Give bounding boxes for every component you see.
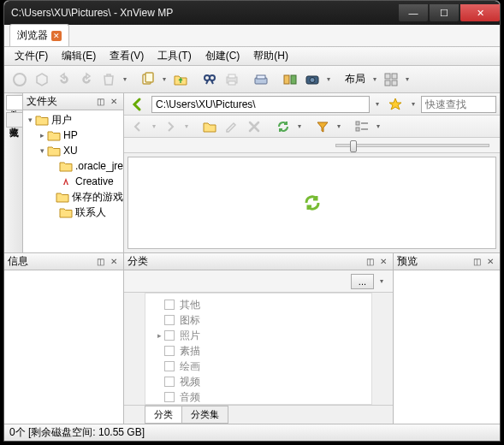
tab-categories[interactable]: 分类	[145, 406, 182, 424]
checkbox[interactable]	[164, 361, 175, 371]
dropdown-icon[interactable]: ▾	[150, 122, 158, 130]
vtab-favorites[interactable]: 收藏夹	[6, 112, 22, 128]
category-label: 绘画	[180, 359, 200, 374]
path-input[interactable]	[151, 96, 370, 113]
dropdown-icon[interactable]: ▾	[374, 122, 382, 130]
delete-icon[interactable]	[244, 116, 264, 137]
undock-icon[interactable]: ◫	[94, 256, 106, 268]
dropdown-icon[interactable]: ▾	[377, 277, 386, 285]
search-icon[interactable]	[199, 69, 220, 90]
rotate-right-icon[interactable]	[76, 69, 97, 90]
search-input[interactable]	[421, 96, 496, 113]
category-row[interactable]: 音频	[145, 389, 371, 405]
refresh-icon[interactable]	[273, 116, 294, 137]
menu-file[interactable]: 文件(F)	[8, 47, 55, 65]
tab-close-icon[interactable]: ✕	[51, 31, 62, 41]
category-list[interactable]: 其他图标▸照片素描绘画视频音频	[145, 293, 372, 405]
close-pane-icon[interactable]: ✕	[484, 256, 496, 268]
tree-row[interactable]: 联系人	[23, 205, 123, 220]
dropdown-icon[interactable]: ▾	[160, 75, 169, 83]
checkbox[interactable]	[164, 300, 175, 310]
tree-row[interactable]: ▾XU	[23, 143, 123, 158]
tree-row[interactable]: .oracle_jre	[23, 158, 123, 174]
dropdown-icon[interactable]: ▾	[324, 75, 333, 83]
checkbox[interactable]	[164, 346, 175, 356]
sort-icon[interactable]	[352, 116, 372, 137]
folder-up-icon[interactable]	[170, 69, 191, 90]
close-pane-icon[interactable]: ✕	[108, 96, 120, 108]
checkbox[interactable]	[164, 377, 175, 387]
tree-label: XU	[63, 145, 78, 157]
category-more-button[interactable]: ...	[351, 274, 374, 289]
copy-icon[interactable]	[138, 69, 158, 90]
menu-create[interactable]: 创建(C)	[199, 47, 247, 65]
dropdown-icon[interactable]: ▾	[371, 75, 379, 83]
expand-icon[interactable]: ▸	[37, 131, 47, 139]
category-label: 图标	[180, 313, 200, 328]
tree-row[interactable]: 保存的游戏	[23, 189, 123, 205]
tree-row[interactable]: ▾用户	[23, 112, 123, 128]
menu-help[interactable]: 帮助(H)	[246, 47, 295, 65]
category-row[interactable]: ▸照片	[145, 328, 371, 343]
menu-edit[interactable]: 编辑(E)	[55, 47, 103, 65]
compare-icon[interactable]	[280, 69, 300, 90]
close-pane-icon[interactable]: ✕	[108, 256, 120, 268]
category-row[interactable]: 视频	[145, 374, 371, 389]
path-dropdown-icon[interactable]: ▾	[373, 100, 382, 108]
undock-icon[interactable]: ◫	[364, 256, 376, 268]
undock-icon[interactable]: ◫	[94, 96, 106, 108]
dropdown-icon[interactable]: ▾	[121, 75, 129, 83]
nav-back-icon[interactable]	[127, 116, 148, 137]
thumbnail-view-icon[interactable]	[381, 69, 401, 90]
close-button[interactable]: ✕	[460, 4, 500, 21]
hex-icon[interactable]	[32, 69, 52, 90]
new-folder-icon[interactable]	[199, 116, 220, 137]
folder-tree[interactable]: ▾用户▸HP▾XU.oracle_jreCreative保存的游戏联系人	[23, 110, 123, 252]
checkbox[interactable]	[164, 392, 175, 402]
checkbox[interactable]	[164, 330, 175, 341]
thumbnail-area[interactable]	[127, 157, 496, 249]
category-row[interactable]: 素描	[145, 343, 371, 359]
expand-icon[interactable]: ▸	[154, 331, 164, 340]
dropdown-icon[interactable]: ▾	[335, 122, 343, 130]
expand-icon[interactable]: ▾	[25, 116, 35, 124]
dropdown-icon[interactable]: ▾	[409, 100, 418, 108]
tree-row[interactable]: ▸HP	[23, 128, 123, 143]
camera-icon[interactable]	[302, 69, 323, 90]
nav-forward-icon[interactable]	[160, 116, 181, 137]
rotate-left-icon[interactable]	[54, 69, 74, 90]
rename-icon[interactable]	[222, 116, 242, 137]
checkbox[interactable]	[164, 315, 175, 325]
app-window: C:\Users\XU\Pictures\ - XnView MP — ☐ ✕ …	[3, 0, 501, 442]
menu-tools[interactable]: 工具(T)	[151, 47, 198, 65]
back-icon[interactable]	[127, 94, 148, 115]
tab-browser[interactable]: 浏览器 ✕	[9, 24, 69, 46]
trash-icon[interactable]	[98, 69, 119, 90]
scanner-icon[interactable]	[251, 69, 271, 90]
zoom-slider[interactable]	[335, 144, 489, 147]
print-icon[interactable]	[222, 69, 242, 90]
category-row[interactable]: 图标	[145, 312, 371, 328]
dropdown-icon[interactable]: ▾	[403, 75, 412, 83]
category-row[interactable]: 绘画	[145, 359, 371, 374]
tab-category-sets[interactable]: 分类集	[181, 406, 228, 424]
slider-thumb[interactable]	[350, 140, 357, 152]
pane-title: 信息	[8, 254, 28, 269]
undock-icon[interactable]: ◫	[471, 256, 483, 268]
dropdown-icon[interactable]: ▾	[182, 122, 191, 130]
titlebar[interactable]: C:\Users\XU\Pictures\ - XnView MP — ☐ ✕	[4, 1, 500, 25]
category-row[interactable]: 其他	[145, 297, 371, 312]
svg-rect-15	[385, 74, 390, 79]
minimize-button[interactable]: —	[399, 4, 428, 21]
fullscreen-icon[interactable]	[9, 69, 30, 90]
close-pane-icon[interactable]: ✕	[377, 256, 389, 268]
vtab-folders[interactable]: 文件夹	[6, 95, 22, 110]
category-label: 照片	[180, 329, 200, 343]
favorite-icon[interactable]	[385, 94, 406, 115]
menu-view[interactable]: 查看(V)	[103, 47, 151, 65]
tree-row[interactable]: Creative	[23, 174, 123, 189]
filter-icon[interactable]	[312, 116, 333, 137]
maximize-button[interactable]: ☐	[430, 4, 459, 21]
dropdown-icon[interactable]: ▾	[295, 122, 304, 130]
expand-icon[interactable]: ▾	[37, 146, 47, 155]
